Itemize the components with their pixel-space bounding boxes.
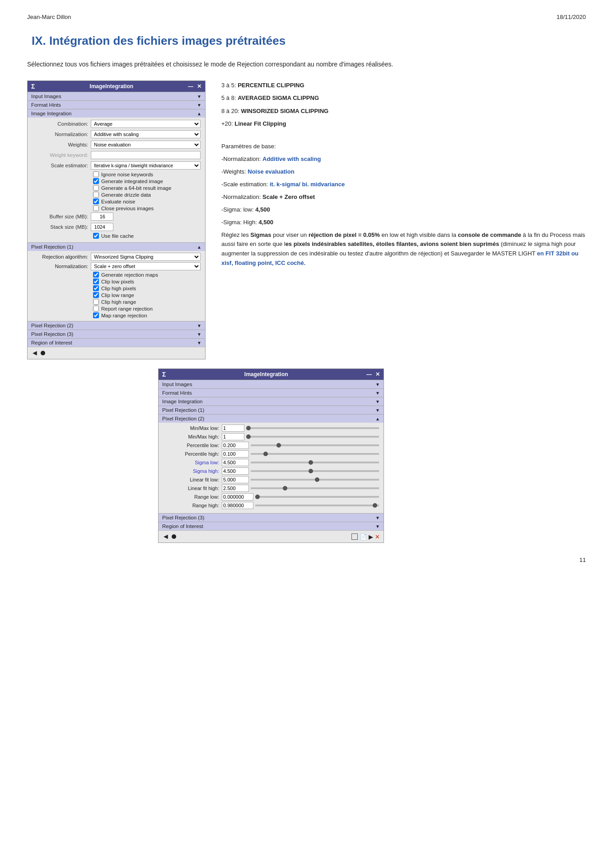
slider-percentile-low-input[interactable] [222, 442, 249, 449]
checkbox-file-cache: Use file cache [32, 233, 201, 239]
checkbox-gen-rejection-maps-input[interactable] [93, 272, 99, 278]
section-region-of-interest[interactable]: Region of Interest ▼ [28, 338, 205, 347]
section-label: Pixel Rejection (3) [162, 515, 204, 520]
slider-percentile-high-input[interactable] [222, 450, 249, 458]
minimize-icon-2[interactable]: — [366, 371, 372, 377]
slider-sigma-high-input[interactable] [222, 467, 249, 475]
section-pixel-rejection-1[interactable]: Pixel Rejection (1) ▲ [28, 242, 205, 251]
combination-label: Combination: [32, 121, 91, 127]
checkbox-clip-low-range-input[interactable] [93, 292, 99, 298]
section-pixel-rejection-1-2[interactable]: Pixel Rejection (1) ▼ [159, 406, 384, 414]
close-icon-bottom[interactable]: ✕ [375, 533, 380, 540]
normalization2-select[interactable]: Scale + zero offset [91, 262, 201, 270]
checkbox-drizzle-input[interactable] [93, 192, 99, 198]
checkbox-close-previous-input[interactable] [93, 205, 99, 211]
slider-range-high-track[interactable] [255, 505, 379, 506]
buffer-size-label: Buffer size (MB): [32, 214, 91, 219]
window-controls-2: — ✕ [366, 371, 380, 377]
section-pixel-rejection-3[interactable]: Pixel Rejection (3) ▼ [28, 330, 205, 338]
checkbox-report-range-rejection: Report range rejection [32, 306, 201, 311]
slider-sigma-low-input[interactable] [222, 459, 249, 466]
slider-range-low-track[interactable] [255, 496, 379, 498]
checkbox-generate-integrated-label: Generate integrated image [101, 179, 163, 184]
slider-sigma-high-track[interactable] [251, 470, 379, 472]
slider-percentile-low-track[interactable] [251, 444, 379, 446]
section-pixel-rejection-2-2[interactable]: Pixel Rejection (2) ▲ [159, 414, 384, 423]
checkbox-generate-integrated-input[interactable] [93, 178, 99, 184]
slider-min-max-high-track[interactable] [246, 436, 379, 438]
slider-thumb [309, 460, 313, 465]
slider-linear-fit-high-track[interactable] [251, 487, 379, 489]
slider-linear-fit-high-input[interactable] [222, 485, 249, 492]
buffer-size-input[interactable] [91, 212, 113, 221]
checkbox-clip-high-range: Clip high range [32, 299, 201, 305]
section-format-hints[interactable]: Format Hints ▼ [28, 100, 205, 109]
section-pixel-rejection-2[interactable]: Pixel Rejection (2) ▼ [28, 321, 205, 330]
weights-select[interactable]: Noise evaluation [91, 141, 201, 149]
sigma-icon: Σ [31, 83, 35, 90]
slider-sigma-low-track[interactable] [251, 462, 379, 463]
rejection-algorithm-row: Rejection algorithm: Winsorized Sigma Cl… [32, 253, 201, 261]
section-region-of-interest-2[interactable]: Region of Interest ▼ [159, 522, 384, 530]
section-image-integration-2[interactable]: Image Integration ▼ [159, 397, 384, 406]
section-pixel-rejection-3-2[interactable]: Pixel Rejection (3) ▼ [159, 513, 384, 522]
normalization-select[interactable]: Additive with scaling [91, 130, 201, 138]
line-4: +20: Linear Fit Clipping [221, 119, 586, 129]
section-label: Pixel Rejection (2) [162, 416, 204, 421]
section-input-images[interactable]: Input Images ▼ [28, 92, 205, 100]
square-icon[interactable] [351, 533, 358, 540]
slider-percentile-high: Percentile high: [163, 450, 379, 458]
slider-percentile-high-track[interactable] [251, 453, 379, 455]
section-label: Image Integration [162, 399, 203, 404]
scale-estimator-row: Scale estimator: Iterative k-sigma / biw… [32, 161, 201, 170]
slider-thumb [283, 486, 287, 491]
scale-estimator-select[interactable]: Iterative k-sigma / biweight midvariance [91, 161, 201, 170]
section-image-integration[interactable]: Image Integration ▲ [28, 109, 205, 118]
checkbox-ignore-noise-input[interactable] [93, 171, 99, 177]
checkbox-map-range-rejection-label: Map range rejection [101, 313, 147, 318]
expand-icon: ▼ [197, 340, 201, 345]
arrow-left-icon[interactable]: ◄ [31, 349, 38, 357]
section-input-images-2[interactable]: Input Images ▼ [159, 380, 384, 388]
slider-linear-fit-low-input[interactable] [222, 476, 249, 483]
close-icon[interactable]: ✕ [197, 83, 201, 90]
file-icon[interactable]: 📄 [360, 533, 367, 540]
checkbox-clip-low-range: Clip low range [32, 292, 201, 298]
slider-min-max-low-track[interactable] [246, 427, 379, 429]
checkbox-map-range-rejection-input[interactable] [93, 312, 99, 318]
slider-thumb [309, 469, 313, 473]
params-base-label: Paramètres de base: [221, 142, 586, 151]
checkbox-evaluate-noise-input[interactable] [93, 198, 99, 204]
arrow-left-icon-2[interactable]: ◄ [162, 533, 169, 541]
slider-thumb [263, 452, 268, 456]
slider-min-max-high-input[interactable] [222, 433, 244, 440]
minimize-icon[interactable]: — [188, 83, 193, 90]
checkbox-gen-rejection-maps: Generate rejection maps [32, 272, 201, 278]
play-icon[interactable]: ▶ [369, 533, 373, 540]
section-format-hints-2[interactable]: Format Hints ▼ [159, 388, 384, 397]
checkbox-file-cache-input[interactable] [93, 233, 99, 239]
slider-linear-fit-low-track[interactable] [251, 479, 379, 481]
checkbox-generate-64bit-input[interactable] [93, 185, 99, 191]
expand-icon: ▼ [197, 323, 201, 328]
expand-icon: ▼ [375, 524, 380, 529]
section-label: Format Hints [162, 390, 192, 396]
checkbox-clip-high-range-input[interactable] [93, 299, 99, 305]
bottom-left-controls: ◄ [162, 533, 176, 541]
slider-min-max-low-input[interactable] [222, 425, 244, 432]
slider-range-high-input[interactable] [222, 502, 253, 509]
slider-range-low-input[interactable] [222, 493, 253, 500]
checkbox-clip-high-pixels-input[interactable] [93, 285, 99, 291]
checkbox-clip-low-pixels-input[interactable] [93, 278, 99, 284]
close-icon-2[interactable]: ✕ [375, 371, 380, 377]
checkbox-report-range-rejection-input[interactable] [93, 306, 99, 311]
expand-icon: ▼ [197, 103, 201, 108]
combination-select[interactable]: Average [91, 120, 201, 128]
slider-sigma-high: Sigma high: [163, 467, 379, 475]
stack-size-input[interactable] [91, 223, 113, 231]
weight-keyword-input[interactable] [91, 151, 201, 159]
checkbox-clip-high-pixels-label: Clip high pixels [101, 286, 136, 291]
checkbox-file-cache-label: Use file cache [101, 233, 134, 239]
rejection-algorithm-select[interactable]: Winsorized Sigma Clipping [91, 253, 201, 261]
section-label: Region of Interest [31, 340, 72, 345]
